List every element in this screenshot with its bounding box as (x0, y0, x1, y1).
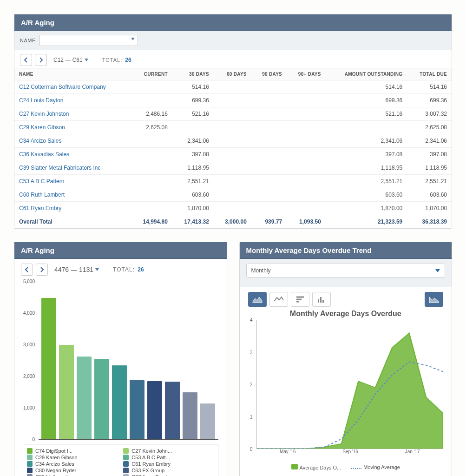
legend-line-label: Moving Average (363, 464, 400, 470)
range-text: C12 — C61 (53, 57, 83, 63)
ar-aging-bar-chart: 01,0002,0003,0004,0005,000 (39, 281, 218, 440)
column-header[interactable]: CURRENT (131, 68, 172, 80)
customer-link[interactable]: C29 Karen Gibson (19, 124, 65, 131)
bar-chart-icon[interactable] (312, 292, 331, 307)
monthly-overdue-trend-panel: Monthly Average Days Overdue Trend Month… (239, 242, 453, 476)
total-label: TOTAL: 26 (113, 266, 144, 273)
bar[interactable] (41, 298, 56, 439)
column-header[interactable]: TOTAL DUE (407, 68, 452, 80)
chevron-down-icon (85, 59, 88, 61)
customer-link[interactable]: C61 Ryan Embry (19, 205, 61, 212)
table-row: C36 Kavadias Sales397.08397.08397.08 (14, 148, 452, 161)
bar[interactable] (147, 381, 162, 439)
period-select[interactable]: Monthly (246, 264, 446, 278)
name-select[interactable] (39, 35, 138, 46)
y-tick: 3 (250, 350, 253, 355)
total-value: 26 (138, 266, 144, 273)
bar[interactable] (130, 380, 144, 439)
x-tick: May '16 (280, 449, 296, 454)
customer-link[interactable]: C60 Ruth Lambert (19, 192, 65, 198)
trend-chart: 01234 May '16Sep '16Jan '17 (248, 320, 444, 459)
customer-link[interactable]: C53 A B C Pattern (19, 178, 64, 185)
bar[interactable] (183, 392, 197, 439)
prev-button[interactable] (21, 264, 33, 276)
period-value: Monthly (251, 267, 271, 274)
prev-button[interactable] (20, 54, 32, 66)
customer-link[interactable]: C36 Kavadias Sales (19, 151, 69, 158)
table-row: C27 Kevin Johnston2,486.16521.16521.163,… (14, 107, 452, 121)
customer-link[interactable]: C27 Kevin Johnston (19, 111, 69, 117)
range-dropdown[interactable]: C12 — C61 (53, 57, 88, 63)
y-tick: 4,000 (23, 311, 35, 316)
chevron-down-icon (435, 269, 440, 272)
legend-item[interactable]: C67 Anne Bond (123, 474, 214, 476)
legend-item[interactable]: C61 Ryan Embry (123, 461, 214, 467)
legend-item[interactable]: C63 FX Group (123, 468, 214, 473)
x-tick: Sep '16 (342, 449, 358, 454)
table-row: C61 Ryan Embry1,870.001,870.001,870.00 (14, 202, 452, 215)
next-button[interactable] (35, 54, 47, 66)
bar-legend: C74 DigiSpot I...C27 Kevin John...C29 Ka… (23, 444, 218, 476)
pager-row: C12 — C61 TOTAL: 26 (14, 50, 452, 68)
chart-tools (248, 292, 444, 307)
y-tick: 2,000 (23, 374, 35, 379)
column-header[interactable]: 90 DAYS (251, 68, 287, 80)
column-header[interactable]: AMOUNT OUTSTANDING (326, 68, 407, 80)
y-tick: 2 (250, 382, 253, 387)
svg-rect-3 (318, 299, 319, 303)
legend-item[interactable]: C27 Kevin John... (123, 448, 214, 454)
y-tick: 5,000 (23, 279, 35, 284)
customer-link[interactable]: C34 Arcizo Sales (19, 138, 61, 144)
y-tick: 0 (32, 437, 35, 442)
y-tick: 4 (250, 317, 253, 323)
bar[interactable] (94, 359, 109, 439)
legend-item[interactable]: C34 Arcizo Sales (27, 461, 118, 467)
table-row: C39 Slatter Metal Fabricators Inc1,118.9… (14, 161, 452, 175)
svg-rect-5 (322, 300, 324, 303)
bar[interactable] (59, 345, 74, 439)
trend-legend: Average Days O... Moving Average (248, 464, 444, 470)
legend-item[interactable]: C89 Hallman In... (27, 474, 118, 476)
table-row: C24 Louis Dayton699.36699.36699.36 (14, 94, 452, 107)
table-row: C53 A B C Pattern2,551.212,551.212,551.2… (14, 175, 452, 188)
panel-title: Monthly Average Days Overdue Trend (240, 242, 452, 259)
panel-title: A/R Aging (14, 14, 452, 31)
y-tick: 1 (250, 414, 253, 419)
overview-icon[interactable] (425, 292, 443, 307)
legend-item[interactable]: C29 Karen Gibson (27, 455, 118, 460)
y-tick: 1,000 (23, 405, 35, 410)
area-chart-icon[interactable] (248, 292, 267, 307)
line-chart-icon[interactable] (269, 292, 288, 307)
customer-link[interactable]: C24 Louis Dayton (19, 97, 63, 104)
x-tick: Jan '17 (405, 449, 420, 454)
bar[interactable] (112, 365, 127, 439)
legend-item[interactable]: C74 DigiSpot I... (27, 448, 118, 454)
y-tick: 0 (250, 447, 253, 452)
customer-link[interactable]: C12 Cotterman Software Company (19, 84, 106, 90)
svg-rect-4 (320, 297, 322, 303)
sort-icon[interactable] (291, 292, 309, 307)
table-row: C12 Cotterman Software Company514.16514.… (14, 80, 452, 94)
legend-item[interactable]: C80 Negan Ryder (27, 468, 118, 473)
customer-link[interactable]: C39 Slatter Metal Fabricators Inc (19, 165, 100, 171)
next-button[interactable] (36, 264, 48, 276)
bar[interactable] (165, 382, 180, 439)
y-tick: 3,000 (23, 342, 35, 347)
range-text: 4476 — 1131 (54, 266, 93, 273)
trend-chart-title: Monthly Average Days Overdue (248, 310, 444, 318)
chevron-down-icon (131, 38, 135, 40)
ar-aging-table-panel: A/R Aging NAME C12 — C61 TOTAL: 26 NAMEC… (14, 14, 452, 229)
column-header[interactable]: 60 DAYS (214, 68, 251, 80)
total-label: TOTAL: 26 (102, 57, 131, 63)
bar[interactable] (77, 357, 92, 440)
column-header[interactable]: NAME (14, 68, 131, 80)
overall-total-row: Overall Total14,994.8017,413.323,000.009… (14, 215, 452, 229)
bar[interactable] (200, 403, 215, 439)
legend-item[interactable]: C53 A B C Patt... (123, 455, 214, 460)
range-dropdown[interactable]: 4476 — 1131 (54, 266, 99, 273)
column-header[interactable]: 30 DAYS (172, 68, 214, 80)
filter-label: NAME (20, 38, 36, 43)
table-row: C29 Karen Gibson2,625.082,625.08 (14, 121, 452, 134)
column-header[interactable]: 90+ DAYS (287, 68, 326, 80)
total-value: 26 (125, 57, 131, 63)
